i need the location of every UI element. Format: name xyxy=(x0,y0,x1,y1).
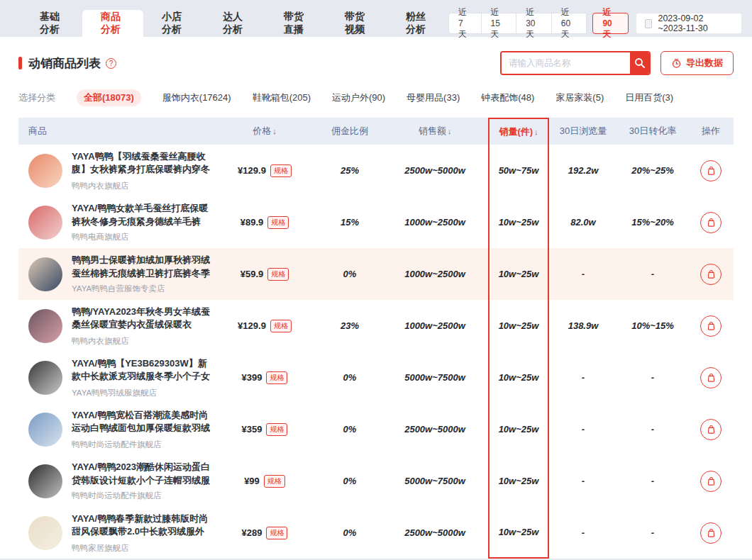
shopping-bag-button[interactable] xyxy=(700,522,721,544)
col-header-views: 30日浏览量 xyxy=(549,118,617,145)
date-filter-button[interactable]: 近15天 xyxy=(481,13,517,34)
spec-tag[interactable]: 规格 xyxy=(266,423,287,436)
product-title[interactable]: 鸭鸭男士保暖裤加绒加厚秋裤羽绒蚕丝棉裤无痕绒裤卫裤打底裤冬季 xyxy=(72,254,211,281)
product-image[interactable] xyxy=(28,361,62,395)
col-header-volume[interactable]: 销量(件)↓ xyxy=(488,118,549,145)
col-header-actions: 操作 xyxy=(688,118,734,145)
conversion-cell: 10%~15% xyxy=(617,300,688,352)
product-title[interactable]: YAYA鸭鸭【羽绒蚕桑蚕丝高腰收腹】女秋裤紧身打底保暖裤内穿冬季Y61B xyxy=(72,150,211,177)
category-item[interactable]: 鞋靴箱包(205) xyxy=(253,91,311,104)
shopping-bag-button[interactable] xyxy=(700,419,721,440)
spec-tag[interactable]: 规格 xyxy=(266,527,287,539)
date-filter-button[interactable]: 近60天 xyxy=(551,13,587,34)
product-shop: 鸭鸭内衣旗舰店 xyxy=(72,336,211,347)
spec-tag[interactable]: 规格 xyxy=(266,371,287,384)
date-range-value: 2023-09-02 ~2023-11-30 xyxy=(658,13,733,33)
analysis-tab[interactable]: 基础分析 xyxy=(21,10,82,37)
product-image[interactable] xyxy=(28,154,62,188)
shopping-bag-icon xyxy=(706,320,717,331)
action-cell xyxy=(688,403,734,455)
product-shop: 鸭鸭内衣旗舰店 xyxy=(72,181,211,191)
price-cell: ¥399 规格 xyxy=(211,352,318,403)
shopping-bag-button[interactable] xyxy=(700,367,721,388)
product-title[interactable]: YAYA/鸭鸭女款羊毛蚕丝打底保暖裤秋冬修身无痕紧身德绒羊毛裤 xyxy=(72,202,211,229)
date-filter-button[interactable]: 近30天 xyxy=(516,13,552,34)
shopping-bag-button[interactable] xyxy=(700,471,721,492)
volume-cell: 10w~25w xyxy=(488,300,549,352)
category-item[interactable]: 母婴用品(33) xyxy=(407,91,460,104)
sales-cell: 1000w~2500w xyxy=(382,248,488,300)
action-cell xyxy=(688,196,734,248)
category-item[interactable]: 服饰内衣(17624) xyxy=(162,91,231,104)
date-filter-button[interactable]: 近90天 xyxy=(592,13,629,34)
products-table: 商品 价格↓ 佣金比例 销售额↓ 销量(件)↓ 30日浏览量 30日转化率 操作… xyxy=(18,118,734,559)
export-data-button[interactable]: 导出数据 xyxy=(660,51,734,75)
spec-tag[interactable]: 规格 xyxy=(264,475,285,488)
product-cell: YAYA/鸭鸭春季新款过膝韩版时尚甜风保暖飘带2.0中长款羽绒服外套 鸭鸭家居旗… xyxy=(18,507,211,559)
analysis-tab[interactable]: 粉丝分析 xyxy=(387,10,448,37)
product-title[interactable]: YAYA/鸭鸭2023潮酷休闲运动蛋白贷韩版设计短款小个子连帽羽绒服 xyxy=(72,461,211,488)
product-image[interactable] xyxy=(28,464,62,498)
analysis-tab[interactable]: 带货直播 xyxy=(265,10,326,37)
action-cell xyxy=(688,300,734,352)
conversion-cell: - xyxy=(617,352,688,403)
search-button[interactable] xyxy=(630,52,649,74)
analysis-tab[interactable]: 小店分析 xyxy=(143,10,204,37)
commission-cell: 15% xyxy=(318,196,382,248)
spec-tag[interactable]: 规格 xyxy=(267,268,289,281)
col-header-conversion: 30日转化率 xyxy=(617,118,688,145)
category-item[interactable]: 钟表配饰(48) xyxy=(481,91,534,104)
col-header-price[interactable]: 价格↓ xyxy=(211,118,318,145)
sort-desc-icon: ↓ xyxy=(534,128,538,136)
product-shop: 鸭鸭时尚运动配件旗舰店 xyxy=(72,491,211,501)
action-cell xyxy=(688,248,734,300)
date-range-picker[interactable]: 2023-09-02 ~2023-11-30 xyxy=(636,13,742,34)
product-shop: YAYA鸭鸭自营服饰专卖店 xyxy=(72,284,211,294)
views-cell: 82.0w xyxy=(549,196,617,248)
product-title[interactable]: 鸭鸭/YAYA2023年秋冬男女羊绒蚕桑丝保暖宜婪内衣蛋绒保暖衣F231 xyxy=(72,306,211,332)
shopping-bag-button[interactable] xyxy=(700,212,721,233)
analysis-tabs: 基础分析商品分析小店分析达人分析带货直播带货视频粉丝分析 xyxy=(21,10,448,37)
shopping-bag-button[interactable] xyxy=(700,160,721,181)
analysis-tab[interactable]: 达人分析 xyxy=(204,10,265,37)
action-cell xyxy=(688,455,734,507)
commission-cell: 0% xyxy=(318,352,382,403)
views-cell: - xyxy=(549,248,617,300)
category-item[interactable]: 家居家装(5) xyxy=(555,91,604,104)
category-item[interactable]: 全部(18073) xyxy=(77,89,141,106)
spec-tag[interactable]: 规格 xyxy=(270,164,292,177)
product-cell: YAYA鸭鸭【羽绒蚕桑蚕丝高腰收腹】女秋裤紧身打底保暖裤内穿冬季Y61B 鸭鸭内… xyxy=(18,145,211,196)
date-filters: 近7天近15天近30天近60天近90天 xyxy=(448,13,629,34)
shopping-bag-button[interactable] xyxy=(700,315,721,337)
product-image[interactable] xyxy=(28,413,62,447)
product-image[interactable] xyxy=(28,516,62,550)
calendar-icon xyxy=(645,19,652,28)
product-title[interactable]: YAYA/鸭鸭春季新款过膝韩版时尚甜风保暖飘带2.0中长款羽绒服外套 xyxy=(72,513,211,539)
shopping-bag-icon xyxy=(706,165,717,176)
conversion-cell: - xyxy=(617,507,688,559)
product-shop: 鸭鸭电商旗舰店 xyxy=(72,232,211,242)
analysis-tab[interactable]: 带货视频 xyxy=(326,10,387,37)
product-title[interactable]: YAYA/鸭鸭宽松百搭潮流美感时尚运动白鸭绒面包加厚保暖短款羽绒服 xyxy=(72,409,211,436)
help-question-icon[interactable]: ? xyxy=(106,58,116,69)
views-cell: - xyxy=(549,403,617,455)
product-image[interactable] xyxy=(28,257,62,291)
analysis-tab[interactable]: 商品分析 xyxy=(82,10,143,37)
spec-tag[interactable]: 规格 xyxy=(267,216,289,229)
product-image[interactable] xyxy=(28,206,62,240)
top-bar: 基础分析商品分析小店分析达人分析带货直播带货视频粉丝分析 近7天近15天近30天… xyxy=(0,0,752,37)
spec-tag[interactable]: 规格 xyxy=(270,320,292,332)
volume-cell: 10w~25w xyxy=(488,196,549,248)
col-header-sales[interactable]: 销售额↓ xyxy=(382,118,488,145)
price-value: ¥129.9 xyxy=(238,320,266,331)
price-cell: ¥129.9 规格 xyxy=(211,300,318,352)
shopping-bag-button[interactable] xyxy=(700,264,721,285)
date-filter-button[interactable]: 近7天 xyxy=(448,13,482,34)
category-item[interactable]: 日用百货(3) xyxy=(625,91,673,104)
category-item[interactable]: 运动户外(90) xyxy=(332,91,385,104)
price-cell: ¥129.9 规格 xyxy=(211,145,318,196)
product-image[interactable] xyxy=(28,309,62,343)
product-title[interactable]: YAYA/鸭鸭【YE3B629303W】新款中长款派克羽绒服冬季小个子女服外套 xyxy=(72,357,211,384)
commission-cell: 25% xyxy=(318,145,382,196)
search-input[interactable] xyxy=(502,52,630,74)
